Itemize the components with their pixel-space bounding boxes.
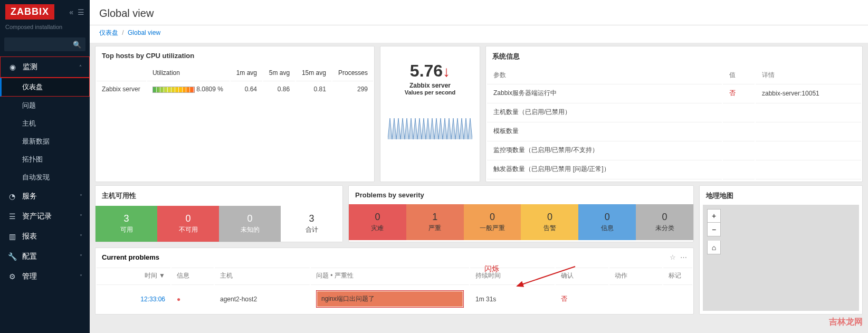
page-title: Global view xyxy=(99,7,859,20)
star-icon[interactable]: ☆ xyxy=(670,253,676,261)
nav-topology[interactable]: 拓扑图 xyxy=(0,150,90,168)
sysinfo-row: 用户数(在线) xyxy=(487,179,861,182)
nav-monitor[interactable]: ◉ 监测 ˄ xyxy=(0,56,90,78)
watermark: 吉林龙网 xyxy=(829,317,863,328)
card-tophosts: Top hosts by CPU utilization Utilization… xyxy=(95,46,375,182)
nav-discovery[interactable]: 自动发现 xyxy=(0,168,90,186)
severity-cell[interactable]: 0一般严重 xyxy=(464,204,521,240)
chevron-down-icon: ˅ xyxy=(80,234,82,240)
severity-cell[interactable]: 1严重 xyxy=(406,204,464,240)
sysinfo-title: 系统信息 xyxy=(486,46,862,66)
problem-host[interactable]: agent2-host2 xyxy=(215,284,310,313)
nav-admin[interactable]: ⚙管理˅ xyxy=(0,267,90,287)
card-current-problems: Current problems ☆ ⋯ 时间 ▼ 信息 主机 问题 • 严重性… xyxy=(95,248,694,315)
breadcrumb: 仪表盘 / Global view xyxy=(90,25,868,43)
nav-monitor-label: 监测 xyxy=(23,62,37,72)
problem-row[interactable]: 12:33:06 ● agent2-host2 nginx端口出问题了 1m 3… xyxy=(97,284,692,313)
chevron-down-icon: ˅ xyxy=(80,254,82,260)
tophosts-host: Zabbix server xyxy=(97,81,146,97)
avail-cell[interactable]: 0未知的 xyxy=(219,206,281,242)
chevron-down-icon: ˅ xyxy=(80,214,82,220)
chart-icon: ▥ xyxy=(7,232,17,241)
nav-problems[interactable]: 问题 xyxy=(0,97,90,115)
sidebar: ZABBIX « ☰ Composed installation 🔍 ◉ 监测 … xyxy=(0,0,90,333)
gear-icon: ⚙ xyxy=(7,272,17,281)
map-title: 地理地图 xyxy=(700,186,862,206)
logo-row: ZABBIX « ☰ xyxy=(0,0,90,24)
eye-icon: ◉ xyxy=(8,63,17,71)
sysinfo-row: 触发器数量（已启用/已禁用 [问题/正常]） xyxy=(487,160,861,178)
nav-latest[interactable]: 最新数据 xyxy=(0,132,90,150)
flash-annotation: 闪烁 xyxy=(484,264,499,274)
breadcrumb-root[interactable]: 仪表盘 xyxy=(99,29,118,36)
nav-hosts[interactable]: 主机 xyxy=(0,115,90,132)
severity-cell[interactable]: 0告警 xyxy=(521,204,578,240)
clock-icon: ◔ xyxy=(7,192,17,201)
list-icon: ☰ xyxy=(7,212,17,221)
sysinfo-row: 监控项数量（已启用/已禁用/不支持） xyxy=(487,141,861,159)
tophosts-row[interactable]: Zabbix server 8.0809 % 0.64 0.86 0.81 29… xyxy=(97,81,373,97)
zoom-out-button[interactable]: − xyxy=(707,223,721,236)
more-icon[interactable]: ⋯ xyxy=(680,253,687,261)
nav-dashboard[interactable]: 仪表盘 xyxy=(0,78,90,97)
avail-cell[interactable]: 3合计 xyxy=(281,206,342,242)
problems-title: Current problems xyxy=(102,253,159,261)
down-arrow-icon: ↓ xyxy=(443,63,450,80)
zoom-home-button[interactable]: ⌂ xyxy=(707,241,721,254)
card-availability: 主机可用性 3可用0不可用0未知的3合计 xyxy=(95,185,343,242)
avail-title: 主机可用性 xyxy=(96,186,342,206)
svg-line-0 xyxy=(517,267,575,286)
nav-report[interactable]: ▥报表˅ xyxy=(0,226,90,246)
breadcrumb-current[interactable]: Global view xyxy=(128,29,160,36)
nav-service[interactable]: ◔服务˅ xyxy=(0,186,90,206)
vps-value: 5.76 xyxy=(410,61,443,80)
sysinfo-row: 主机数量（已启用/已禁用） xyxy=(487,103,861,121)
problem-text[interactable]: nginx端口出问题了 xyxy=(317,291,463,307)
status-dot-icon: ● xyxy=(177,296,180,303)
severity-cell[interactable]: 0灾难 xyxy=(349,204,406,240)
logo: ZABBIX xyxy=(5,4,54,20)
search-icon: 🔍 xyxy=(73,41,81,49)
chevron-down-icon: ˅ xyxy=(80,194,82,199)
vps-sublabel: Values per second xyxy=(405,89,456,96)
avail-cell[interactable]: 0不可用 xyxy=(157,206,219,242)
severity-cell[interactable]: 0信息 xyxy=(578,204,636,240)
annotation-arrow xyxy=(512,262,580,294)
severity-cell[interactable]: 0未分类 xyxy=(636,204,693,240)
card-vps: 5.76↓ Zabbix server Values per second xyxy=(380,46,480,182)
wrench-icon: 🔧 xyxy=(7,252,17,261)
menu-icon[interactable]: ☰ xyxy=(78,8,84,16)
sparkline xyxy=(388,116,472,139)
chevron-down-icon: ˅ xyxy=(80,274,82,280)
nav-asset[interactable]: ☰资产记录˅ xyxy=(0,206,90,226)
main: Global view 仪表盘 / Global view Top hosts … xyxy=(90,0,868,333)
card-sysinfo: 系统信息 参数 值 详情 Zabbix服务器端运行中否zabbix-server… xyxy=(485,46,863,182)
util-bar xyxy=(152,87,195,93)
map-canvas[interactable]: + − ⌂ xyxy=(703,205,859,311)
problem-time[interactable]: 12:33:06 xyxy=(97,284,170,313)
vps-label: Zabbix server xyxy=(409,82,451,89)
card-geo-map: 地理地图 + − ⌂ xyxy=(699,185,863,315)
page-header: Global view xyxy=(90,0,868,25)
sysinfo-row: Zabbix服务器端运行中否zabbix-server:10051 xyxy=(487,84,861,102)
sev-title: Problems by severity xyxy=(349,186,693,204)
zoom-in-button[interactable]: + xyxy=(707,209,721,223)
tophosts-title: Top hosts by CPU utilization xyxy=(96,46,374,65)
sysinfo-row: 模板数量 xyxy=(487,122,861,140)
search-input[interactable]: 🔍 xyxy=(4,37,85,51)
install-label: Composed installation xyxy=(0,24,90,35)
collapse-icon[interactable]: « xyxy=(69,8,73,16)
chevron-up-icon: ˄ xyxy=(79,64,82,70)
avail-cell[interactable]: 3可用 xyxy=(96,206,157,242)
card-severity: Problems by severity 0灾难1严重0一般严重0告警0信息0未… xyxy=(348,185,694,242)
nav-config[interactable]: 🔧配置˅ xyxy=(0,246,90,267)
